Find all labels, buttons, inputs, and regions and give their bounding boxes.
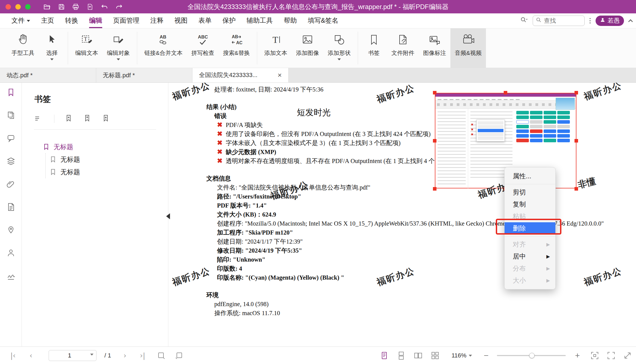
add-image-button[interactable]: 添加图像 xyxy=(292,28,323,68)
undo-icon[interactable] xyxy=(101,3,108,11)
hand-tool-button[interactable]: 手型工具 xyxy=(7,28,39,68)
user-account-button[interactable]: 若愚 xyxy=(596,16,624,26)
selection-handle[interactable] xyxy=(575,91,578,94)
articles-panel-icon[interactable] xyxy=(6,202,16,212)
context-menu-item[interactable]: 分布 ▶ xyxy=(505,262,555,274)
menubar-item[interactable]: 编辑 xyxy=(89,13,102,28)
attachments-panel-icon[interactable] xyxy=(6,179,16,189)
zoom-slider[interactable] xyxy=(497,355,566,356)
select-tool-button[interactable]: 选择 xyxy=(39,28,65,68)
hand-icon xyxy=(16,32,30,48)
connected-review-panel-icon[interactable] xyxy=(6,248,16,258)
pages-panel-icon[interactable] xyxy=(6,111,16,120)
more-options-icon[interactable] xyxy=(590,18,591,23)
menubar-item[interactable]: 帮助 xyxy=(284,13,297,28)
tab-dongtai-pdf[interactable]: 动态.pdf * xyxy=(0,68,96,82)
expand-view-button[interactable] xyxy=(623,351,632,360)
menubar-item[interactable]: 页面管理 xyxy=(113,13,139,28)
view-mode-single-button[interactable] xyxy=(380,351,389,360)
close-tab-icon[interactable]: × xyxy=(278,71,282,79)
menubar-item[interactable]: 表单 xyxy=(198,13,212,28)
menubar-item[interactable]: 保护 xyxy=(222,13,236,28)
zoom-window-button[interactable] xyxy=(25,4,31,10)
menubar-item[interactable]: 辅助工具 xyxy=(247,13,273,28)
fit-page-button[interactable] xyxy=(590,351,599,360)
tab-untitled-pdf[interactable]: 无标题.pdf * xyxy=(96,68,192,82)
zoom-level-button[interactable]: 116% xyxy=(452,352,472,359)
zoom-slider-thumb[interactable] xyxy=(529,353,535,358)
last-page-button[interactable]: ›| xyxy=(140,351,145,360)
bookmarks-panel-icon[interactable] xyxy=(6,88,16,97)
demote-bookmark-icon[interactable] xyxy=(102,114,110,123)
promote-bookmark-icon[interactable] xyxy=(83,114,92,123)
bookmark-button[interactable]: 书签 xyxy=(361,28,387,68)
selection-handle[interactable] xyxy=(504,91,507,94)
selection-handle[interactable] xyxy=(433,187,436,191)
close-window-button[interactable] xyxy=(5,4,11,10)
print-icon[interactable] xyxy=(72,3,79,10)
view-mode-facing-button[interactable] xyxy=(414,351,423,360)
export-icon[interactable] xyxy=(86,3,93,10)
bookmark-item[interactable]: 无标题 xyxy=(46,153,168,166)
bookmark-item[interactable]: 无标题 xyxy=(46,166,168,178)
fullscreen-button[interactable] xyxy=(607,351,616,360)
next-view-button[interactable] xyxy=(175,351,183,360)
collapse-toolbar-icon[interactable] xyxy=(628,19,633,24)
context-menu-item[interactable]: 对齐 ▶ xyxy=(505,238,555,250)
search-box[interactable] xyxy=(533,16,585,26)
search-mode-icon[interactable] xyxy=(520,16,528,26)
search-input[interactable] xyxy=(544,17,577,24)
audio-video-button[interactable]: 音频&视频 xyxy=(450,28,486,68)
menubar-item[interactable]: 注释 xyxy=(150,13,163,28)
previous-view-button[interactable] xyxy=(157,351,165,360)
bookmark-item[interactable]: 无标题 xyxy=(31,141,168,153)
zoom-in-button[interactable]: + xyxy=(575,351,580,360)
search-replace-button[interactable]: ABAC 搜索&替换 xyxy=(219,28,254,68)
page-number-input[interactable] xyxy=(49,352,90,359)
bookmark-options-icon[interactable] xyxy=(34,115,44,123)
file-attachment-button[interactable]: 文件附件 xyxy=(387,28,419,68)
context-menu-item[interactable]: 复制 ▶ xyxy=(505,198,555,210)
signature-panel-icon[interactable] xyxy=(6,271,16,280)
first-page-button[interactable]: |‹ xyxy=(10,351,16,360)
redo-icon[interactable] xyxy=(115,3,123,11)
mini-sidebar xyxy=(435,109,468,188)
selection-handle[interactable] xyxy=(433,91,436,94)
page-number-box[interactable] xyxy=(49,350,96,361)
link-merge-text-button[interactable]: AB 链接&合并文本 xyxy=(140,28,187,68)
menubar-item[interactable]: 视图 xyxy=(174,13,187,28)
collapse-panel-arrow[interactable] xyxy=(166,213,170,219)
tab-active-document[interactable]: 全国法院失4233333... × xyxy=(192,68,289,82)
svg-text:AB: AB xyxy=(232,34,238,39)
open-file-icon[interactable] xyxy=(43,3,51,11)
zoom-out-button[interactable]: − xyxy=(484,351,489,360)
menubar-item[interactable]: 文件 xyxy=(11,13,30,28)
view-mode-continuous-button[interactable] xyxy=(397,351,406,360)
selection-handle[interactable] xyxy=(575,139,578,143)
context-menu-item[interactable]: 居中 ▶ xyxy=(505,250,555,262)
image-annotation-button[interactable]: 图像标注 xyxy=(419,28,450,68)
add-shape-button[interactable]: 添加形状 xyxy=(323,28,355,68)
context-menu-item[interactable]: 剪切 ▶ xyxy=(505,186,555,198)
context-menu-item[interactable]: 大小 ▶ xyxy=(505,274,555,286)
destinations-panel-icon[interactable] xyxy=(6,225,16,235)
save-icon[interactable] xyxy=(58,3,65,10)
prev-page-button[interactable]: ‹ xyxy=(30,351,32,360)
next-page-button[interactable]: › xyxy=(124,351,126,360)
minimize-window-button[interactable] xyxy=(15,4,21,10)
comments-panel-icon[interactable] xyxy=(6,134,16,143)
context-menu-item[interactable]: 属性... ▶ xyxy=(505,170,555,182)
add-text-button[interactable]: T 添加文本 xyxy=(260,28,292,68)
view-mode-grid-button[interactable] xyxy=(431,351,439,360)
selection-handle[interactable] xyxy=(575,187,578,191)
toolbar-divider xyxy=(54,115,54,123)
spell-check-button[interactable]: ABC 拼写检查 xyxy=(187,28,219,68)
menubar-item[interactable]: 主页 xyxy=(41,13,54,28)
add-bookmark-icon[interactable] xyxy=(65,114,73,123)
menubar-item[interactable]: 转换 xyxy=(65,13,78,28)
selection-handle[interactable] xyxy=(433,139,436,143)
menubar-item[interactable]: 填写&签名 xyxy=(308,13,338,28)
edit-object-button[interactable]: 编辑对象 xyxy=(102,28,134,68)
edit-text-button[interactable]: T 编辑文本 xyxy=(71,28,102,68)
layers-panel-icon[interactable] xyxy=(6,156,16,166)
